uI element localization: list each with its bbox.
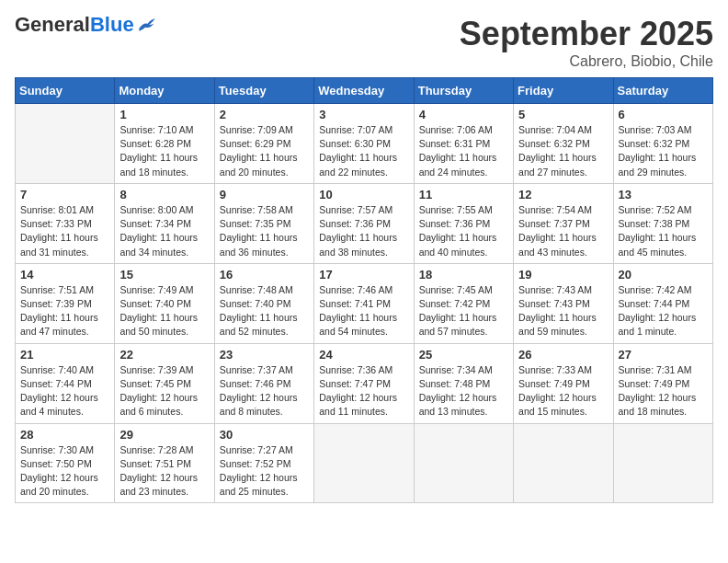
day-info: Sunrise: 7:09 AM Sunset: 6:29 PM Dayligh…	[220, 123, 309, 179]
day-info: Sunrise: 7:55 AM Sunset: 7:36 PM Dayligh…	[419, 203, 508, 259]
day-info: Sunrise: 7:51 AM Sunset: 7:39 PM Dayligh…	[20, 283, 109, 339]
col-header-friday: Friday	[514, 78, 613, 104]
calendar-cell: 17Sunrise: 7:46 AM Sunset: 7:41 PM Dayli…	[314, 263, 414, 343]
calendar-table: SundayMondayTuesdayWednesdayThursdayFrid…	[15, 77, 713, 503]
day-info: Sunrise: 7:48 AM Sunset: 7:40 PM Dayligh…	[220, 283, 309, 339]
calendar-cell: 4Sunrise: 7:06 AM Sunset: 6:31 PM Daylig…	[414, 104, 513, 184]
day-info: Sunrise: 7:45 AM Sunset: 7:42 PM Dayligh…	[419, 283, 508, 339]
calendar-cell: 9Sunrise: 7:58 AM Sunset: 7:35 PM Daylig…	[214, 183, 313, 263]
day-number: 24	[319, 348, 408, 362]
logo: GeneralBlue	[15, 15, 156, 35]
week-row-1: 1Sunrise: 7:10 AM Sunset: 6:28 PM Daylig…	[16, 104, 713, 184]
calendar-cell: 14Sunrise: 7:51 AM Sunset: 7:39 PM Dayli…	[16, 263, 115, 343]
day-info: Sunrise: 7:58 AM Sunset: 7:35 PM Dayligh…	[220, 203, 309, 259]
day-number: 17	[319, 268, 408, 282]
day-number: 14	[20, 268, 109, 282]
logo-text: GeneralBlue	[15, 15, 134, 35]
week-row-5: 28Sunrise: 7:30 AM Sunset: 7:50 PM Dayli…	[16, 423, 713, 503]
location: Cabrero, Biobio, Chile	[460, 53, 713, 70]
calendar-cell	[514, 423, 613, 503]
day-number: 15	[119, 268, 209, 282]
calendar-cell: 13Sunrise: 7:52 AM Sunset: 7:38 PM Dayli…	[613, 183, 712, 263]
day-number: 3	[319, 108, 408, 121]
col-header-thursday: Thursday	[414, 78, 513, 104]
day-info: Sunrise: 7:07 AM Sunset: 6:30 PM Dayligh…	[319, 123, 408, 179]
day-number: 19	[518, 268, 608, 282]
calendar-cell: 11Sunrise: 7:55 AM Sunset: 7:36 PM Dayli…	[414, 183, 513, 263]
day-number: 11	[419, 188, 508, 201]
week-row-4: 21Sunrise: 7:40 AM Sunset: 7:44 PM Dayli…	[16, 343, 713, 423]
day-number: 18	[419, 268, 508, 282]
day-number: 9	[220, 188, 309, 201]
day-number: 25	[419, 348, 508, 362]
day-number: 2	[220, 108, 309, 121]
calendar-cell	[613, 423, 712, 503]
day-info: Sunrise: 7:34 AM Sunset: 7:48 PM Dayligh…	[419, 363, 508, 419]
calendar-cell: 24Sunrise: 7:36 AM Sunset: 7:47 PM Dayli…	[314, 343, 414, 423]
day-number: 29	[119, 428, 209, 442]
calendar-cell: 2Sunrise: 7:09 AM Sunset: 6:29 PM Daylig…	[214, 104, 313, 184]
calendar-cell: 23Sunrise: 7:37 AM Sunset: 7:46 PM Dayli…	[214, 343, 313, 423]
day-info: Sunrise: 7:27 AM Sunset: 7:52 PM Dayligh…	[220, 443, 309, 500]
day-number: 4	[419, 108, 508, 121]
calendar-cell: 5Sunrise: 7:04 AM Sunset: 6:32 PM Daylig…	[514, 104, 613, 184]
calendar-cell: 30Sunrise: 7:27 AM Sunset: 7:52 PM Dayli…	[214, 423, 313, 503]
day-info: Sunrise: 7:43 AM Sunset: 7:43 PM Dayligh…	[518, 283, 608, 339]
day-number: 8	[119, 188, 209, 201]
day-info: Sunrise: 7:39 AM Sunset: 7:45 PM Dayligh…	[119, 363, 209, 419]
calendar-cell	[314, 423, 414, 503]
calendar-cell: 10Sunrise: 7:57 AM Sunset: 7:36 PM Dayli…	[314, 183, 414, 263]
calendar-cell: 29Sunrise: 7:28 AM Sunset: 7:51 PM Dayli…	[115, 423, 214, 503]
calendar-cell: 28Sunrise: 7:30 AM Sunset: 7:50 PM Dayli…	[16, 423, 115, 503]
calendar-cell: 12Sunrise: 7:54 AM Sunset: 7:37 PM Dayli…	[514, 183, 613, 263]
col-header-saturday: Saturday	[613, 78, 712, 104]
calendar-cell: 15Sunrise: 7:49 AM Sunset: 7:40 PM Dayli…	[115, 263, 214, 343]
col-header-wednesday: Wednesday	[314, 78, 414, 104]
calendar-cell: 22Sunrise: 7:39 AM Sunset: 7:45 PM Dayli…	[115, 343, 214, 423]
day-number: 12	[518, 188, 608, 201]
day-number: 23	[220, 348, 309, 362]
day-info: Sunrise: 7:37 AM Sunset: 7:46 PM Dayligh…	[220, 363, 309, 419]
calendar-cell: 19Sunrise: 7:43 AM Sunset: 7:43 PM Dayli…	[514, 263, 613, 343]
day-info: Sunrise: 7:49 AM Sunset: 7:40 PM Dayligh…	[119, 283, 209, 339]
day-info: Sunrise: 7:54 AM Sunset: 7:37 PM Dayligh…	[518, 203, 608, 259]
day-info: Sunrise: 7:40 AM Sunset: 7:44 PM Dayligh…	[20, 363, 109, 419]
calendar-cell: 16Sunrise: 7:48 AM Sunset: 7:40 PM Dayli…	[214, 263, 313, 343]
calendar-header-row: SundayMondayTuesdayWednesdayThursdayFrid…	[16, 78, 713, 104]
calendar-cell: 6Sunrise: 7:03 AM Sunset: 6:32 PM Daylig…	[613, 104, 712, 184]
day-number: 27	[619, 348, 708, 362]
day-info: Sunrise: 7:46 AM Sunset: 7:41 PM Dayligh…	[319, 283, 408, 339]
title-block: September 2025 Cabrero, Biobio, Chile	[460, 15, 713, 70]
col-header-monday: Monday	[115, 78, 214, 104]
calendar-cell: 7Sunrise: 8:01 AM Sunset: 7:33 PM Daylig…	[16, 183, 115, 263]
week-row-2: 7Sunrise: 8:01 AM Sunset: 7:33 PM Daylig…	[16, 183, 713, 263]
day-number: 16	[220, 268, 309, 282]
day-info: Sunrise: 7:31 AM Sunset: 7:49 PM Dayligh…	[619, 363, 708, 419]
day-info: Sunrise: 7:33 AM Sunset: 7:49 PM Dayligh…	[518, 363, 608, 419]
col-header-sunday: Sunday	[16, 78, 115, 104]
day-info: Sunrise: 7:42 AM Sunset: 7:44 PM Dayligh…	[619, 283, 708, 339]
day-info: Sunrise: 7:04 AM Sunset: 6:32 PM Dayligh…	[518, 123, 608, 179]
day-info: Sunrise: 7:10 AM Sunset: 6:28 PM Dayligh…	[119, 123, 209, 179]
day-number: 20	[619, 268, 708, 282]
day-number: 7	[20, 188, 109, 201]
day-info: Sunrise: 7:36 AM Sunset: 7:47 PM Dayligh…	[319, 363, 408, 419]
calendar-cell: 8Sunrise: 8:00 AM Sunset: 7:34 PM Daylig…	[115, 183, 214, 263]
day-info: Sunrise: 8:00 AM Sunset: 7:34 PM Dayligh…	[119, 203, 209, 259]
calendar-cell: 27Sunrise: 7:31 AM Sunset: 7:49 PM Dayli…	[613, 343, 712, 423]
day-number: 26	[518, 348, 608, 362]
calendar-cell	[414, 423, 513, 503]
calendar-cell: 21Sunrise: 7:40 AM Sunset: 7:44 PM Dayli…	[16, 343, 115, 423]
calendar-cell: 20Sunrise: 7:42 AM Sunset: 7:44 PM Dayli…	[613, 263, 712, 343]
calendar-cell: 25Sunrise: 7:34 AM Sunset: 7:48 PM Dayli…	[414, 343, 513, 423]
week-row-3: 14Sunrise: 7:51 AM Sunset: 7:39 PM Dayli…	[16, 263, 713, 343]
day-info: Sunrise: 7:57 AM Sunset: 7:36 PM Dayligh…	[319, 203, 408, 259]
calendar-cell: 26Sunrise: 7:33 AM Sunset: 7:49 PM Dayli…	[514, 343, 613, 423]
month-title: September 2025	[460, 15, 713, 53]
day-number: 28	[20, 428, 109, 442]
day-info: Sunrise: 7:28 AM Sunset: 7:51 PM Dayligh…	[119, 443, 209, 500]
day-number: 10	[319, 188, 408, 201]
col-header-tuesday: Tuesday	[214, 78, 313, 104]
day-number: 13	[619, 188, 708, 201]
day-number: 22	[119, 348, 209, 362]
